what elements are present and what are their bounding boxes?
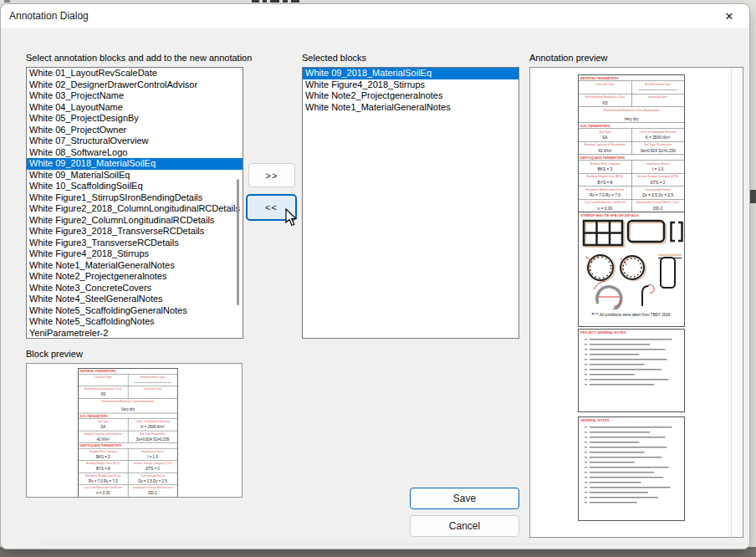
block-preview-parameter-table: MATERIAL PARAMETERSConcrete TypeReinforc… <box>78 368 178 498</box>
parameter-table-row: Building Height Class (BYS)BYS = 8Seismi… <box>579 174 684 187</box>
save-button[interactable]: Save <box>410 488 519 509</box>
add-blocks-button[interactable]: >> <box>248 163 295 187</box>
parameter-table-row: SOIL PARAMETERS <box>579 123 684 129</box>
parameter-table-row: Soil TypeSACoeff. of Subgrade ReactionK … <box>79 419 177 432</box>
list-item[interactable]: White Note4_SteelGeneralNotes <box>27 294 243 305</box>
list-item[interactable]: YeniParametreler-2 <box>27 328 243 340</box>
selected-blocks-list[interactable]: White 09_2018_MaterialSoilEqWhite Figure… <box>302 67 519 339</box>
general-notes-header: GENERAL NOTES <box>579 417 684 423</box>
stirrup-details-header: STIRRUP AND TIE SPACER DETAILS <box>579 212 684 218</box>
note-line <box>585 354 680 355</box>
parameter-table-row: Building Risk CategoryBKS = 3Importance … <box>579 161 684 174</box>
block-preview-label: Block preview <box>26 349 83 359</box>
list-item[interactable]: White Note1_MaterialGeneralNotes <box>303 102 518 114</box>
close-button[interactable]: ✕ <box>711 4 748 28</box>
background-mark <box>291 0 299 3</box>
note-line <box>585 497 680 498</box>
note-line <box>585 502 680 503</box>
list-item[interactable]: White Note2_Projectgeneralnotes <box>303 90 518 102</box>
list-item[interactable]: White Note3_ConcreteCovers <box>27 283 243 294</box>
parameter-table-row: MATERIAL PARAMETERS <box>579 75 684 81</box>
list-item[interactable]: White 06_ProjectOwner <box>27 125 243 136</box>
tiny-text-line <box>134 381 171 383</box>
parameter-table-row: Building Height Class (BYS)BYS = 8Seismi… <box>79 461 177 473</box>
note-line <box>585 359 680 360</box>
list-item[interactable]: White 09_2018_MaterialSoilEq <box>27 158 243 170</box>
list-scrollbar-thumb[interactable] <box>237 179 239 305</box>
stirrup-details-figure <box>579 218 683 309</box>
note-line <box>585 427 680 428</box>
background-mark <box>270 0 279 3</box>
available-blocks-items: White 01_LayoutRevScaleDateWhite 02_Desi… <box>27 68 243 339</box>
note-line <box>585 339 680 340</box>
note-line <box>585 487 680 488</box>
tiny-text-line <box>638 88 677 90</box>
list-item[interactable]: White Note1_MaterialGeneralNotes <box>27 260 243 272</box>
list-item[interactable]: White 05_ProjectDesignBy <box>27 113 243 125</box>
note-line <box>585 364 680 365</box>
panel-divider <box>41 544 749 544</box>
list-item[interactable]: White Note2_Projectgeneralnotes <box>27 271 243 283</box>
parameter-table-row: Concrete TypeReinforcement Type <box>79 374 177 386</box>
title-bar[interactable]: Annotation Dialog ✕ <box>1 4 749 28</box>
list-item[interactable]: White 09_MaterialSoilEq <box>27 170 243 181</box>
parameter-table-row: Environmental Exposure ClassXDStructural… <box>79 386 177 399</box>
list-item[interactable]: White Figure4_2018_Stirrups <box>303 79 518 91</box>
available-blocks-list[interactable]: White 01_LayoutRevScaleDateWhite 02_Desi… <box>26 67 243 339</box>
list-item[interactable]: White Figure3_TransverseRCDetails <box>27 238 243 249</box>
selected-blocks-items: White 09_2018_MaterialSoilEqWhite Figure… <box>303 68 518 113</box>
dialog-title: Annotation Dialog <box>9 10 89 22</box>
note-line <box>585 457 680 458</box>
annotation-preview-label: Annotation preview <box>529 53 608 63</box>
cancel-button[interactable]: Cancel <box>410 515 519 537</box>
parameter-table-row: Soil TypeSACoeff. of Subgrade ReactionK … <box>579 129 684 142</box>
list-item[interactable]: White 01_LayoutRevScaleDate <box>27 68 243 79</box>
list-item[interactable]: White Figure4_2018_Stirrups <box>27 248 243 260</box>
list-item[interactable]: White 10_ScaffoldingSoilEq <box>27 181 243 192</box>
note-line <box>585 369 680 370</box>
list-item[interactable]: White Note5_ScaffoldingGeneralNotes <box>27 305 243 317</box>
background-mark <box>4 0 10 3</box>
close-icon: ✕ <box>725 11 734 22</box>
annotation-dialog-window: Annotation Dialog ✕ Select annotation bl… <box>0 3 750 549</box>
list-item[interactable]: White 02_DesignerDrawerControlAdvisor <box>27 79 243 91</box>
preview-parameter-table: MATERIAL PARAMETERSConcrete TypeReinforc… <box>578 74 685 213</box>
note-line <box>585 432 680 433</box>
parameter-table-row: Bearing Capacity of Foundation42 tf/m²So… <box>579 142 684 156</box>
list-item[interactable]: White Note5_ScaffoldingNotes <box>27 316 243 328</box>
parameter-table-row: Response Modification FactorRx = 7.0 Ry … <box>579 187 684 200</box>
list-item[interactable]: White 09_2018_MaterialSoilEq <box>303 68 518 79</box>
background-mark <box>252 0 259 3</box>
list-item[interactable]: White Figure3_2018_TransverseRCDetails <box>27 226 243 238</box>
list-item[interactable]: White 04_LayoutName <box>27 102 243 114</box>
list-item[interactable]: White 03_ProjectName <box>27 90 243 102</box>
list-item[interactable]: White 07_StructuralOverview <box>27 135 243 147</box>
list-item[interactable]: White Figure1_StirrupSIronBendingDetails <box>27 192 243 204</box>
preview-scrollbar-track[interactable] <box>731 68 743 537</box>
background-mark <box>283 0 288 3</box>
parameter-table-row: Environmental Exposure Class Explanation… <box>79 399 177 414</box>
project-general-notes-block: PROJECT GENERAL NOTES <box>578 329 685 412</box>
note-line <box>585 379 680 381</box>
parameter-table-row: Response Modification FactorRx = 7.0 Ry … <box>79 473 177 485</box>
notes-lines <box>579 423 684 510</box>
list-item[interactable]: White Figure2_2018_ColumnLongitudinalRCD… <box>27 203 243 215</box>
parameter-table-row: Live Load Reduction Coefficientn = 0.30E… <box>579 200 684 212</box>
list-item[interactable]: White 08_SoftwareLogo <box>27 147 243 159</box>
notes-lines <box>579 335 684 392</box>
selected-blocks-label: Selected blocks <box>302 53 366 63</box>
note-line <box>585 349 680 350</box>
note-line <box>585 467 680 468</box>
note-line <box>585 462 680 463</box>
note-line <box>585 384 680 386</box>
note-line <box>585 477 680 478</box>
note-line <box>585 482 680 483</box>
project-general-notes-header: PROJECT GENERAL NOTES <box>579 330 684 335</box>
remove-blocks-button[interactable]: << <box>246 194 297 221</box>
note-line <box>585 492 680 493</box>
stirrup-details-block: STIRRUP AND TIE SPACER DETAILS <box>578 212 685 327</box>
note-line <box>585 447 680 448</box>
parameter-table-row: Concrete TypeReinforcement Type <box>579 81 684 95</box>
note-line <box>585 452 680 453</box>
list-item[interactable]: White Figure2_ColumnLongitudinalRCDetail… <box>27 215 243 227</box>
